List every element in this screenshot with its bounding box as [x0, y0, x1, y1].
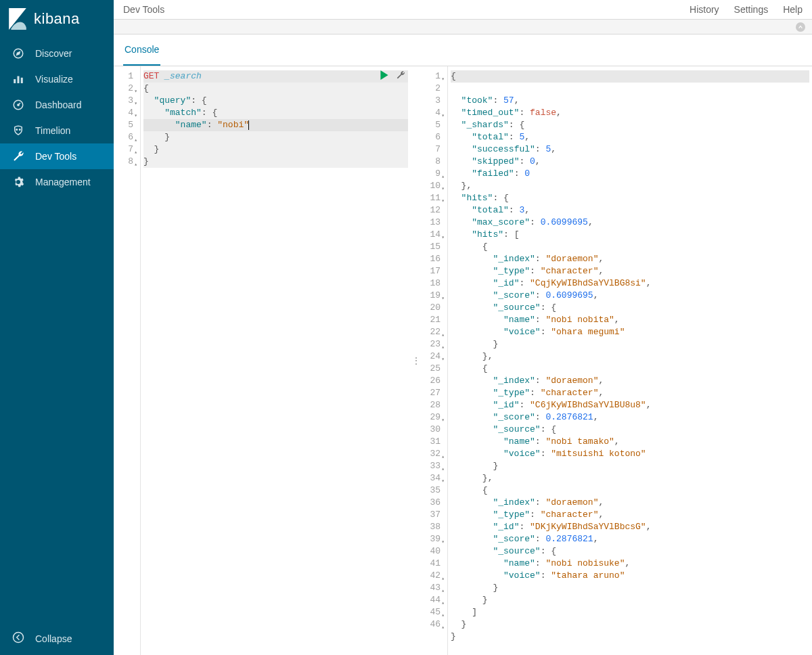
response-viewer[interactable]: 1▾234▾56789▴10▾11▾121314▾1516171819▾2021… — [421, 66, 812, 655]
gauge-icon — [12, 99, 24, 111]
sidebar-item-visualize[interactable]: Visualize — [0, 66, 114, 92]
sidebar-item-label: Timelion — [35, 125, 70, 136]
svg-point-8 — [20, 129, 21, 131]
collapse-panel-icon[interactable] — [796, 22, 805, 32]
page-title: Dev Tools — [123, 4, 690, 15]
response-pane: 1▾234▾56789▴10▾11▾121314▾1516171819▾2021… — [421, 66, 812, 655]
barchart-icon — [12, 73, 24, 85]
app-logo[interactable]: kibana — [0, 0, 114, 41]
tab-console[interactable]: Console — [123, 35, 160, 66]
topbar: Dev Tools History Settings Help — [114, 0, 812, 20]
topbar-links: History Settings Help — [690, 4, 803, 15]
svg-point-9 — [14, 633, 24, 643]
subbar — [114, 20, 812, 35]
sidebar-item-label: Dashboard — [35, 99, 82, 110]
tabs: Console — [114, 35, 812, 66]
svg-rect-3 — [18, 76, 20, 84]
sidebar-item-management[interactable]: Management — [0, 169, 114, 195]
svg-point-6 — [18, 104, 19, 106]
run-request-button[interactable] — [380, 70, 389, 84]
shield-icon — [12, 125, 24, 137]
response-linenumbers: 1▾234▾56789▴10▾11▾121314▾1516171819▾2021… — [421, 66, 448, 655]
sidebar-item-label: Dev Tools — [35, 151, 76, 162]
request-editor[interactable]: 12▾3▾4▾56▴7▴8▴ GET _search{ "query": { "… — [114, 66, 411, 655]
history-link[interactable]: History — [690, 4, 719, 15]
compass-icon — [12, 47, 24, 60]
main: Dev Tools History Settings Help Console — [114, 0, 812, 655]
sidebar: kibana DiscoverVisualizeDashboardTimelio… — [0, 0, 114, 655]
sidebar-nav: DiscoverVisualizeDashboardTimelionDev To… — [0, 41, 114, 622]
response-code: { "took": 57, "timed_out": false, "_shar… — [448, 66, 812, 655]
sidebar-item-dashboard[interactable]: Dashboard — [0, 92, 114, 118]
sidebar-item-label: Visualize — [35, 74, 73, 85]
gear-icon — [12, 176, 24, 188]
sidebar-item-label: Management — [35, 177, 91, 187]
sidebar-item-devtools[interactable]: Dev Tools — [0, 143, 114, 169]
sidebar-collapse[interactable]: Collapse — [0, 622, 114, 655]
wrench-icon — [12, 150, 24, 162]
sidebar-item-timelion[interactable]: Timelion — [0, 118, 114, 143]
workarea: 12▾3▾4▾56▴7▴8▴ GET _search{ "query": { "… — [114, 66, 812, 655]
svg-marker-1 — [17, 52, 20, 55]
request-code[interactable]: GET _search{ "query": { "match": { "name… — [141, 66, 411, 655]
sidebar-item-label: Discover — [35, 48, 72, 59]
app-name: kibana — [34, 10, 80, 28]
svg-rect-4 — [21, 78, 23, 83]
collapse-icon — [12, 631, 24, 646]
help-link[interactable]: Help — [783, 4, 803, 15]
svg-point-7 — [16, 129, 18, 131]
request-linenumbers: 12▾3▾4▾56▴7▴8▴ — [114, 66, 141, 655]
kibana-logo-icon — [8, 8, 27, 30]
request-pane: 12▾3▾4▾56▴7▴8▴ GET _search{ "query": { "… — [114, 66, 411, 655]
settings-link[interactable]: Settings — [734, 4, 769, 15]
collapse-label: Collapse — [35, 633, 72, 644]
pane-splitter[interactable]: ⋮ — [411, 66, 421, 655]
svg-rect-2 — [14, 79, 16, 83]
sidebar-item-discover[interactable]: Discover — [0, 41, 114, 66]
wrench-icon[interactable] — [396, 70, 405, 84]
request-tools — [380, 70, 405, 84]
